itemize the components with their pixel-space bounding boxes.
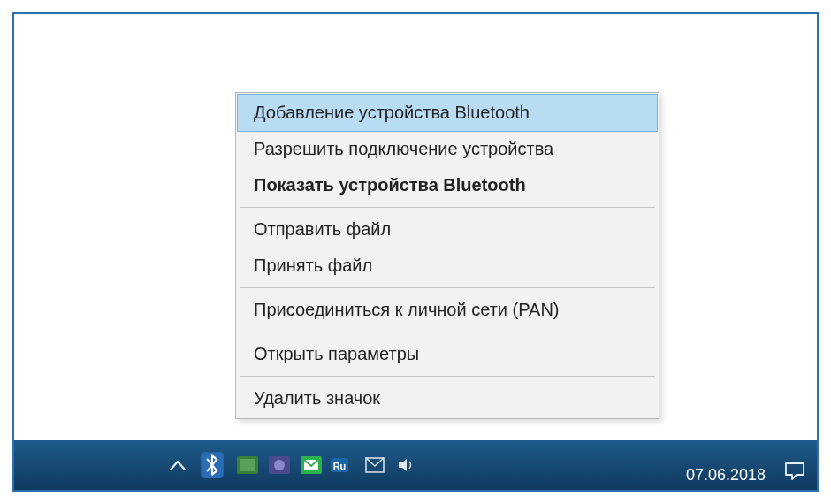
menu-item-open-settings[interactable]: Открыть параметры [238, 336, 657, 372]
tray-date-label: 07.06.2018 [686, 466, 766, 484]
menu-item-join-pan[interactable]: Присоединиться к личной сети (PAN) [238, 292, 657, 328]
svg-point-4 [274, 460, 285, 470]
tray-app-icon[interactable] [361, 452, 389, 478]
svg-rect-2 [240, 459, 255, 471]
menu-item-add-bluetooth-device[interactable]: Добавление устройства Bluetooth [237, 94, 658, 132]
menu-separator [240, 207, 655, 208]
menu-separator [240, 287, 655, 288]
menu-item-send-file[interactable]: Отправить файл [238, 211, 657, 248]
window-frame: Добавление устройства Bluetooth Разрешит… [12, 12, 819, 492]
bluetooth-context-menu: Добавление устройства Bluetooth Разрешит… [235, 92, 659, 419]
menu-item-label: Открыть параметры [254, 344, 419, 363]
menu-separator [240, 332, 655, 332]
svg-text:Ru: Ru [333, 461, 347, 471]
tray-app-icon[interactable] [233, 452, 262, 478]
menu-item-show-bluetooth-devices[interactable]: Показать устройства Bluetooth [238, 167, 657, 203]
tray-bluetooth-icon[interactable] [198, 447, 226, 483]
menu-item-label: Показать устройства Bluetooth [254, 175, 526, 195]
menu-item-label: Присоединиться к личной сети (PAN) [254, 300, 560, 319]
menu-item-receive-file[interactable]: Принять файл [238, 248, 657, 284]
menu-item-label: Разрешить подключение устройства [254, 139, 553, 158]
action-center-icon[interactable] [780, 456, 810, 486]
tray-app-icon[interactable]: Ru [329, 452, 357, 478]
tray-right-group: 07.06.2018 [681, 456, 810, 488]
tray-overflow-chevron-icon[interactable] [163, 450, 193, 480]
menu-separator [240, 376, 655, 377]
tray-volume-icon[interactable] [393, 452, 421, 478]
menu-item-label: Отправить файл [254, 219, 391, 239]
tray-app-icon[interactable] [297, 452, 325, 478]
taskbar: Ru 07.06.2018 [14, 440, 817, 490]
menu-item-label: Добавление устройства Bluetooth [254, 103, 530, 122]
menu-item-label: Принять файл [254, 256, 372, 275]
tray-app-icon[interactable] [265, 452, 294, 478]
menu-item-remove-icon[interactable]: Удалить значок [238, 380, 657, 416]
menu-item-label: Удалить значок [254, 388, 380, 408]
desktop-area: Добавление устройства Bluetooth Разрешит… [14, 14, 817, 440]
tray-apps-group: Ru [233, 452, 421, 478]
tray-date[interactable]: 07.06.2018 [681, 462, 771, 488]
menu-item-allow-device-connection[interactable]: Разрешить подключение устройства [238, 131, 657, 167]
